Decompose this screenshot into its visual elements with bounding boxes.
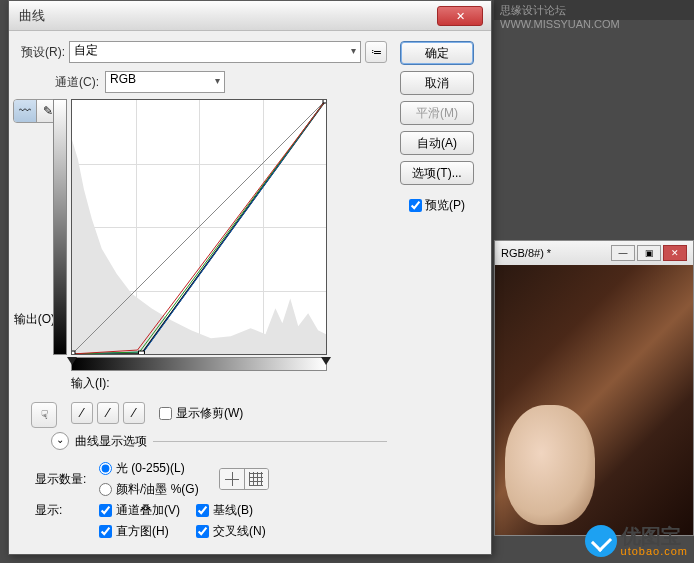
input-label: 输入(I): (71, 375, 327, 392)
radio-light[interactable]: 光 (0-255)(L) (99, 460, 199, 477)
output-gradient (53, 99, 67, 355)
auto-button[interactable]: 自动(A) (400, 131, 474, 155)
gray-point-eyedropper[interactable]: ⁄ (97, 402, 119, 424)
doc-close-button[interactable]: ✕ (663, 245, 687, 261)
curve-point-tool[interactable]: 〰 (14, 100, 36, 122)
background-header: 思缘设计论坛 WWW.MISSYUAN.COM (494, 0, 694, 20)
svg-rect-3 (138, 351, 144, 354)
preset-menu-button[interactable]: ≔ (365, 41, 387, 63)
grid-fine-button[interactable] (244, 469, 268, 489)
close-icon[interactable]: ✕ (437, 6, 483, 26)
ok-button[interactable]: 确定 (400, 41, 474, 65)
preview-checkbox[interactable]: 预览(P) (409, 197, 465, 214)
channel-label: 通道(C): (49, 74, 99, 91)
doc-window-titlebar: RGB/8#) * — ▣ ✕ (495, 241, 693, 265)
check-channel-overlay[interactable]: 通道叠加(V) (99, 502, 180, 519)
show-clipping-checkbox[interactable]: 显示修剪(W) (159, 405, 243, 422)
channel-select[interactable]: RGB (105, 71, 225, 93)
output-label: 输出(O): (14, 311, 59, 328)
svg-rect-4 (323, 100, 326, 103)
document-image (495, 265, 693, 535)
preset-select[interactable]: 自定 (69, 41, 361, 63)
watermark-icon (585, 525, 617, 557)
grid-coarse-button[interactable] (220, 469, 244, 489)
dialog-titlebar[interactable]: 曲线 ✕ (9, 1, 491, 31)
minimize-button[interactable]: — (611, 245, 635, 261)
radio-pigment[interactable]: 颜料/油墨 %(G) (99, 481, 199, 498)
black-point-eyedropper[interactable]: ⁄ (71, 402, 93, 424)
svg-line-1 (72, 100, 326, 354)
input-gradient (71, 357, 327, 371)
smooth-button[interactable]: 平滑(M) (400, 101, 474, 125)
curve-graph[interactable] (71, 99, 327, 355)
options-button[interactable]: 选项(T)... (400, 161, 474, 185)
preset-label: 预设(R): (21, 44, 65, 61)
show-amount-label: 显示数量: (35, 471, 91, 488)
shadow-slider[interactable] (67, 357, 77, 365)
doc-window-title: RGB/8#) * (501, 247, 609, 259)
dialog-title: 曲线 (19, 7, 437, 25)
curves-dialog: 曲线 ✕ 预设(R): 自定 ≔ 通道(C): RGB 〰 ✎ (8, 0, 492, 555)
svg-rect-2 (72, 351, 75, 354)
cancel-button[interactable]: 取消 (400, 71, 474, 95)
white-point-eyedropper[interactable]: ⁄ (123, 402, 145, 424)
display-options-toggle[interactable]: ⌄ (51, 432, 69, 450)
background-doc-window: RGB/8#) * — ▣ ✕ (494, 240, 694, 536)
display-options-label: 曲线显示选项 (75, 433, 147, 450)
targeted-adjust-tool[interactable]: ☟ (31, 402, 57, 428)
watermark: 优图宝 utobao.com (585, 525, 688, 557)
check-intersection[interactable]: 交叉线(N) (196, 523, 266, 540)
check-histogram[interactable]: 直方图(H) (99, 523, 180, 540)
grid-size-toggle (219, 468, 269, 490)
maximize-button[interactable]: ▣ (637, 245, 661, 261)
highlight-slider[interactable] (321, 357, 331, 365)
check-baseline[interactable]: 基线(B) (196, 502, 266, 519)
show-label: 显示: (35, 502, 91, 519)
curve-lines (72, 100, 326, 354)
